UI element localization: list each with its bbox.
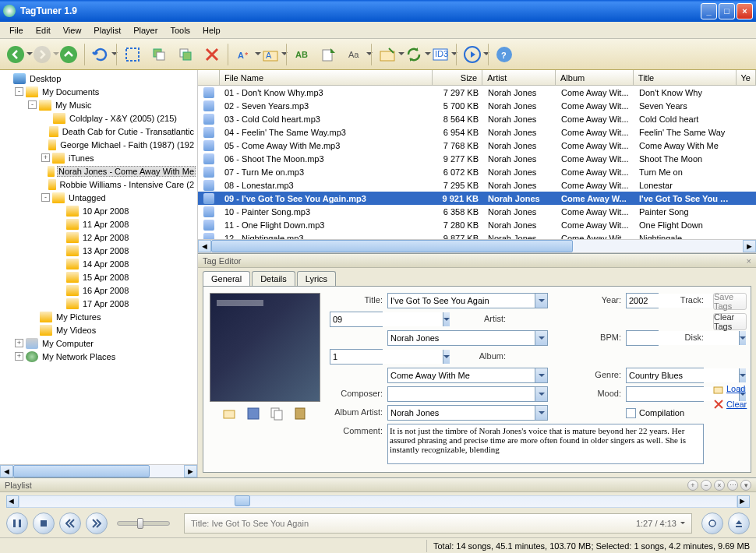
tree-node[interactable]: Death Cab for Cutie - Transatlantic [2,125,196,138]
playlist-delete-icon[interactable]: × [714,480,725,491]
file-row[interactable]: 09 - I've Got To See You Again.mp39 921 … [198,192,756,205]
play-button[interactable] [460,42,485,67]
tag-editor-close-icon[interactable]: × [747,256,751,266]
compilation-checkbox[interactable]: Compilation [626,405,704,421]
tree-node[interactable]: Robbie Williams - Intensive Care (2 [2,178,196,191]
tree-node[interactable]: 11 Apr 2008 [2,217,196,231]
eject-button[interactable] [728,512,750,534]
menu-player[interactable]: Player [127,24,164,37]
tab-lyrics[interactable]: Lyrics [297,271,336,286]
repeat-button[interactable] [701,512,723,534]
artist-field[interactable] [387,330,548,346]
file-row[interactable]: 06 - Shoot The Moon.mp39 277 KBNorah Jon… [198,152,756,165]
tree-node[interactable]: +My Computer [2,336,196,350]
menu-edit[interactable]: Edit [30,24,57,37]
tree-node[interactable]: 17 Apr 2008 [2,297,196,310]
tree-node[interactable]: 15 Apr 2008 [2,270,196,284]
help-button[interactable]: ? [492,42,517,67]
file-row[interactable]: 10 - Painter Song.mp36 358 KBNorah Jones… [198,205,756,218]
stop-button[interactable] [33,512,55,534]
bpm-field[interactable] [626,330,659,346]
paste-tags-button[interactable] [173,42,198,67]
playlist-add-icon[interactable]: + [687,480,698,491]
tree-node[interactable]: -My Music [2,98,196,111]
tree-node[interactable]: -My Documents [2,85,196,98]
minimize-button[interactable]: _ [701,3,717,19]
up-button[interactable] [56,42,81,67]
file-row[interactable]: 12 - Nightingale.mp39 877 KBNorah JonesC… [198,231,756,239]
genre-field[interactable] [626,368,704,383]
pause-button[interactable] [6,512,28,534]
clear-tags-button[interactable]: Clear Tags [713,313,747,330]
tree-node[interactable]: 14 Apr 2008 [2,257,196,270]
tree-node[interactable]: +iTunes [2,151,196,164]
tree-node[interactable]: 13 Apr 2008 [2,244,196,257]
title-field[interactable] [387,293,548,308]
organize-button[interactable] [375,42,400,67]
art-open-icon[interactable] [223,407,237,421]
disk-field[interactable] [330,349,383,365]
file-row[interactable]: 03 - Cold Cold heart.mp38 564 KBNorah Jo… [198,112,756,125]
tree-node[interactable]: Desktop [2,72,196,85]
back-button[interactable] [3,42,28,67]
file-row[interactable]: 02 - Seven Years.mp35 700 KBNorah JonesC… [198,99,756,112]
tree-node[interactable]: My Videos [2,323,196,336]
seek-bar[interactable]: ◄► [6,495,750,508]
menu-help[interactable]: Help [196,24,227,37]
file-row[interactable]: 08 - Lonestar.mp37 295 KBNorah JonesCome… [198,178,756,192]
tree-node[interactable]: +My Network Places [2,350,196,363]
mood-field[interactable] [626,386,704,402]
select-all-button[interactable] [120,42,145,67]
forward-button[interactable] [30,42,55,67]
playlist-collapse-icon[interactable]: ▾ [740,480,751,491]
tab-details[interactable]: Details [252,271,295,286]
tab-general[interactable]: General [203,271,250,286]
file-row[interactable]: 07 - Turn Me on.mp36 072 KBNorah JonesCo… [198,165,756,178]
convert-button[interactable] [316,42,341,67]
close-button[interactable]: × [737,3,753,19]
tree-node[interactable]: 12 Apr 2008 [2,231,196,244]
composer-field[interactable] [387,386,548,402]
load-link[interactable]: Load [713,383,747,394]
year-field[interactable] [626,293,659,308]
tree-node[interactable]: Norah Jones - Come Away With Me [2,164,196,178]
volume-slider[interactable] [117,521,170,526]
tree-hscroll[interactable]: ◄► [0,464,197,477]
refresh-button[interactable] [401,42,426,67]
tree-node[interactable]: George Michael - Faith (1987) (192 [2,138,196,151]
prev-button[interactable] [59,512,81,534]
delete-button[interactable] [200,42,224,67]
menu-tools[interactable]: Tools [164,24,196,37]
file-row[interactable]: 01 - Don't Know Why.mp37 297 KBNorah Jon… [198,86,756,99]
file-row[interactable]: 04 - Feelin' The Same Way.mp36 954 KBNor… [198,125,756,139]
albumartist-field[interactable] [387,405,548,421]
filelist-hscroll[interactable]: ◄► [198,239,756,252]
case-button[interactable]: Aa [343,42,368,67]
tree-node[interactable]: My Pictures [2,310,196,323]
tree-node[interactable]: -Untagged [2,191,196,204]
autotag-folder-button[interactable]: A [258,42,283,67]
playlist-save-icon[interactable]: ⋯ [727,480,738,491]
save-tags-button[interactable]: Save Tags [713,293,747,310]
menu-file[interactable]: File [3,24,30,37]
autotag-button[interactable]: A* [231,42,256,67]
menu-playlist[interactable]: Playlist [87,24,127,37]
maximize-button[interactable]: □ [719,3,735,19]
track-field[interactable] [330,312,383,327]
rename-button[interactable]: AB [290,42,315,67]
tree-node[interactable]: 16 Apr 2008 [2,284,196,297]
file-row[interactable]: 05 - Come Away With Me.mp37 768 KBNorah … [198,139,756,152]
file-row[interactable]: 11 - One Flight Down.mp37 280 KBNorah Jo… [198,218,756,231]
copy-tags-button[interactable] [147,42,171,67]
menu-view[interactable]: View [57,24,88,37]
album-art[interactable] [210,293,320,402]
id3-button[interactable]: ID3 [428,42,453,67]
tree-node[interactable]: 10 Apr 2008 [2,204,196,217]
album-field[interactable] [387,368,548,383]
art-paste-icon[interactable] [293,407,307,421]
clear-link[interactable]: Clear [713,399,747,410]
comment-field[interactable] [387,424,704,466]
art-copy-icon[interactable] [270,407,284,421]
file-list-header[interactable]: File Name Size Artist Album Title Ye [198,70,756,86]
undo-button[interactable] [88,42,113,67]
